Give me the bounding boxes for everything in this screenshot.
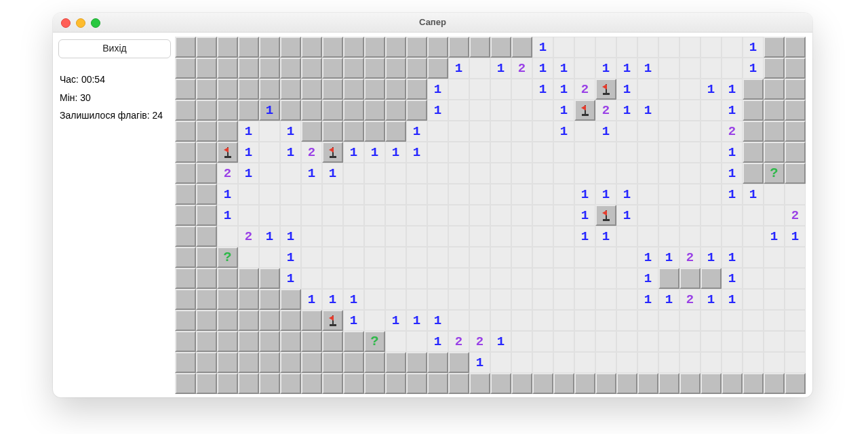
cell-r5-c2[interactable] bbox=[217, 142, 238, 163]
cell-r2-c0[interactable] bbox=[175, 79, 196, 100]
cell-r16-c22[interactable] bbox=[637, 373, 658, 394]
cell-r15-c5[interactable] bbox=[280, 352, 301, 373]
cell-r3-c6[interactable] bbox=[301, 100, 322, 121]
cell-r0-c5[interactable] bbox=[280, 37, 301, 58]
cell-r13-c2[interactable] bbox=[217, 310, 238, 331]
cell-r1-c7[interactable] bbox=[322, 58, 343, 79]
cell-r3-c1[interactable] bbox=[196, 100, 217, 121]
cell-r16-c29[interactable] bbox=[785, 373, 806, 394]
cell-r13-c1[interactable] bbox=[196, 310, 217, 331]
cell-r16-c23[interactable] bbox=[658, 373, 679, 394]
cell-r12-c3[interactable] bbox=[238, 289, 259, 310]
cell-r15-c6[interactable] bbox=[301, 352, 322, 373]
cell-r0-c1[interactable] bbox=[196, 37, 217, 58]
cell-r2-c5[interactable] bbox=[280, 79, 301, 100]
cell-r14-c7[interactable] bbox=[322, 331, 343, 352]
cell-r2-c3[interactable] bbox=[238, 79, 259, 100]
cell-r3-c0[interactable] bbox=[175, 100, 196, 121]
cell-r4-c1[interactable] bbox=[196, 121, 217, 142]
cell-r13-c0[interactable] bbox=[175, 310, 196, 331]
cell-r13-c4[interactable] bbox=[259, 310, 280, 331]
cell-r16-c28[interactable] bbox=[764, 373, 785, 394]
cell-r1-c1[interactable] bbox=[196, 58, 217, 79]
cell-r6-c29[interactable] bbox=[785, 163, 806, 184]
cell-r0-c29[interactable] bbox=[785, 37, 806, 58]
cell-r6-c1[interactable] bbox=[196, 163, 217, 184]
cell-r12-c5[interactable] bbox=[280, 289, 301, 310]
cell-r5-c28[interactable] bbox=[764, 142, 785, 163]
cell-r16-c20[interactable] bbox=[595, 373, 616, 394]
cell-r12-c4[interactable] bbox=[259, 289, 280, 310]
cell-r5-c7[interactable] bbox=[322, 142, 343, 163]
cell-r4-c7[interactable] bbox=[322, 121, 343, 142]
cell-r8-c0[interactable] bbox=[175, 205, 196, 226]
cell-r9-c0[interactable] bbox=[175, 226, 196, 247]
cell-r16-c11[interactable] bbox=[406, 373, 427, 394]
cell-r14-c5[interactable] bbox=[280, 331, 301, 352]
cell-r15-c13[interactable] bbox=[448, 352, 469, 373]
cell-r12-c1[interactable] bbox=[196, 289, 217, 310]
cell-r0-c12[interactable] bbox=[427, 37, 448, 58]
cell-r11-c0[interactable] bbox=[175, 268, 196, 289]
cell-r0-c3[interactable] bbox=[238, 37, 259, 58]
cell-r16-c5[interactable] bbox=[280, 373, 301, 394]
cell-r6-c0[interactable] bbox=[175, 163, 196, 184]
cell-r15-c9[interactable] bbox=[364, 352, 385, 373]
cell-r14-c9[interactable]: ? bbox=[364, 331, 385, 352]
cell-r11-c3[interactable] bbox=[238, 268, 259, 289]
cell-r2-c27[interactable] bbox=[743, 79, 764, 100]
cell-r2-c29[interactable] bbox=[785, 79, 806, 100]
cell-r12-c2[interactable] bbox=[217, 289, 238, 310]
cell-r1-c5[interactable] bbox=[280, 58, 301, 79]
cell-r16-c10[interactable] bbox=[385, 373, 406, 394]
cell-r0-c7[interactable] bbox=[322, 37, 343, 58]
cell-r15-c7[interactable] bbox=[322, 352, 343, 373]
cell-r10-c2[interactable]: ? bbox=[217, 247, 238, 268]
cell-r16-c15[interactable] bbox=[490, 373, 511, 394]
cell-r16-c27[interactable] bbox=[743, 373, 764, 394]
cell-r15-c4[interactable] bbox=[259, 352, 280, 373]
cell-r6-c27[interactable] bbox=[743, 163, 764, 184]
cell-r3-c5[interactable] bbox=[280, 100, 301, 121]
cell-r16-c26[interactable] bbox=[722, 373, 743, 394]
cell-r0-c13[interactable] bbox=[448, 37, 469, 58]
cell-r16-c18[interactable] bbox=[553, 373, 574, 394]
cell-r16-c13[interactable] bbox=[448, 373, 469, 394]
cell-r11-c23[interactable] bbox=[658, 268, 679, 289]
cell-r3-c2[interactable] bbox=[217, 100, 238, 121]
cell-r15-c10[interactable] bbox=[385, 352, 406, 373]
cell-r8-c20[interactable] bbox=[595, 205, 616, 226]
cell-r1-c9[interactable] bbox=[364, 58, 385, 79]
cell-r16-c19[interactable] bbox=[574, 373, 595, 394]
cell-r3-c7[interactable] bbox=[322, 100, 343, 121]
cell-r3-c28[interactable] bbox=[764, 100, 785, 121]
cell-r1-c6[interactable] bbox=[301, 58, 322, 79]
cell-r14-c8[interactable] bbox=[343, 331, 364, 352]
cell-r1-c8[interactable] bbox=[343, 58, 364, 79]
cell-r3-c4[interactable]: 1 bbox=[259, 100, 280, 121]
cell-r11-c25[interactable] bbox=[701, 268, 722, 289]
cell-r4-c0[interactable] bbox=[175, 121, 196, 142]
cell-r10-c1[interactable] bbox=[196, 247, 217, 268]
cell-r15-c12[interactable] bbox=[427, 352, 448, 373]
cell-r15-c1[interactable] bbox=[196, 352, 217, 373]
cell-r0-c16[interactable] bbox=[511, 37, 532, 58]
cell-r16-c7[interactable] bbox=[322, 373, 343, 394]
cell-r15-c0[interactable] bbox=[175, 352, 196, 373]
cell-r3-c27[interactable] bbox=[743, 100, 764, 121]
cell-r14-c3[interactable] bbox=[238, 331, 259, 352]
cell-r14-c1[interactable] bbox=[196, 331, 217, 352]
cell-r4-c2[interactable] bbox=[217, 121, 238, 142]
cell-r2-c7[interactable] bbox=[322, 79, 343, 100]
cell-r1-c3[interactable] bbox=[238, 58, 259, 79]
cell-r0-c10[interactable] bbox=[385, 37, 406, 58]
cell-r14-c0[interactable] bbox=[175, 331, 196, 352]
cell-r0-c2[interactable] bbox=[217, 37, 238, 58]
cell-r3-c29[interactable] bbox=[785, 100, 806, 121]
cell-r2-c20[interactable] bbox=[595, 79, 616, 100]
cell-r0-c15[interactable] bbox=[490, 37, 511, 58]
cell-r5-c0[interactable] bbox=[175, 142, 196, 163]
cell-r15-c3[interactable] bbox=[238, 352, 259, 373]
cell-r11-c1[interactable] bbox=[196, 268, 217, 289]
cell-r15-c11[interactable] bbox=[406, 352, 427, 373]
